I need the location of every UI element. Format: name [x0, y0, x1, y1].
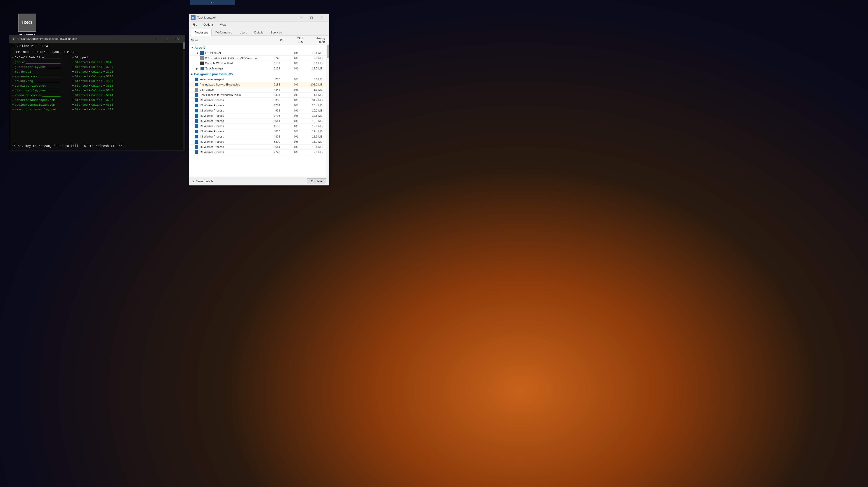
- bg-proc-name-6: IIS Worker Process: [195, 109, 266, 112]
- end-task-button[interactable]: End task: [307, 178, 326, 184]
- console-minimize-button[interactable]: ─: [151, 36, 161, 42]
- console-list-item: + dennisbentley.net________ + Started + …: [12, 84, 182, 88]
- bg-proc-icon-5: [195, 104, 198, 107]
- desktop-icon-image: IISO: [18, 13, 36, 32]
- background-process-rows: amazon-ssm-agent 736 0% 8.0 MB Antimalwa…: [189, 77, 326, 155]
- background-process-row[interactable]: Host Process for Windows Tasks 2404 0% 1…: [189, 92, 326, 98]
- background-process-row[interactable]: IIS Worker Process 4036 0% 12.4 MB: [189, 129, 326, 134]
- col-header-pid: PID: [268, 39, 286, 42]
- bg-proc-name-13: IIS Worker Process: [195, 145, 266, 149]
- iisonline-proc-icon: [200, 51, 204, 55]
- bg-proc-name-8: IIS Worker Process: [195, 119, 266, 123]
- console-title-text: C:\Users\Administrator\Desktop\IISOnline…: [18, 37, 77, 40]
- tm-menu-view[interactable]: View: [219, 22, 228, 27]
- tm-menubar: File Options View: [189, 22, 329, 28]
- iisonline-group-name: ▼ IISOnline (2): [196, 51, 266, 55]
- bg-proc-name-10: IIS Worker Process: [195, 130, 266, 133]
- iisonline-exe-icon: [200, 56, 204, 60]
- bg-proc-name-3: Host Process for Windows Tasks: [195, 93, 266, 97]
- console-list-item: + renderedlandscapes.com___ + Started + …: [12, 98, 182, 103]
- background-group-label: ▶ Background processes (32): [191, 73, 266, 76]
- tm-minimize-button[interactable]: ─: [296, 14, 306, 21]
- console-host-icon: [200, 61, 204, 65]
- console-titlebar: ■ C:\Users\Administrator\Desktop\IISOnli…: [9, 35, 185, 42]
- background-process-row[interactable]: IIS Worker Process 4804 0% 11.9 MB: [189, 134, 326, 139]
- tab-services[interactable]: Services: [267, 29, 285, 35]
- bg-proc-icon-0: [195, 78, 198, 81]
- desktop-icon-iisonline[interactable]: IISO IISOnline: [13, 13, 41, 38]
- bg-proc-name-7: IIS Worker Process: [195, 114, 266, 118]
- tm-process-list: ▼ Apps (2) ▼ IISOnline (2) 0%: [189, 45, 329, 177]
- background-process-row[interactable]: Antimalware Service Executable 2188 0% 1…: [189, 82, 326, 87]
- tm-scrollbar[interactable]: [326, 45, 329, 177]
- chevron-tm-icon: ▶: [196, 67, 198, 70]
- console-maximize-button[interactable]: □: [162, 36, 172, 42]
- bg-proc-name-4: IIS Worker Process: [195, 98, 266, 102]
- bg-proc-name-1: Antimalware Service Executable: [195, 83, 266, 86]
- tm-menu-options[interactable]: Options: [202, 22, 215, 27]
- col-header-name: Name: [191, 39, 268, 42]
- process-row-iisonline-exe[interactable]: C:\Users\Administrator\Desktop\IISOnline…: [189, 56, 326, 61]
- console-footer-text: ** Any key to rescan, 'ESC' to kill, 'R'…: [12, 144, 122, 148]
- bg-proc-icon-4: [195, 98, 198, 102]
- bg-proc-name-9: IIS Worker Process: [195, 124, 266, 128]
- console-list-item: + pcuser.org_______________ + Started + …: [12, 79, 182, 83]
- process-row-task-manager[interactable]: ▶ Task Manager 5172 0% 12.7 MB: [189, 66, 326, 71]
- console-window-buttons: ─ □ ✕: [151, 36, 183, 42]
- background-process-row[interactable]: IIS Worker Process 2728 0% 7.8 MB: [189, 150, 326, 155]
- tm-tabs: Processes Performance Users Details Serv…: [189, 28, 329, 36]
- tab-details[interactable]: Details: [251, 29, 267, 35]
- apps-chevron-icon: ▼: [191, 46, 193, 49]
- background-group-header[interactable]: ▶ Background processes (32): [189, 71, 326, 77]
- background-process-row[interactable]: IIS Worker Process 5544 0% 13.1 MB: [189, 118, 326, 124]
- tm-menu-file[interactable]: File: [191, 22, 198, 27]
- console-list-item: + justinbentley.net________ + Started + …: [12, 65, 182, 69]
- background-process-row[interactable]: amazon-ssm-agent 736 0% 8.0 MB: [189, 77, 326, 82]
- background-process-row[interactable]: IIS Worker Process 3724 0% 20.4 MB: [189, 103, 326, 108]
- console-scrollbar[interactable]: [183, 42, 185, 150]
- bg-proc-name-0: amazon-ssm-agent: [195, 78, 266, 81]
- fewer-details-chevron-icon: ▲: [192, 180, 195, 183]
- console-app-icon: ■: [11, 37, 16, 41]
- tm-footer: ▲ Fewer details End task: [189, 177, 329, 185]
- tm-close-button[interactable]: ✕: [317, 14, 327, 21]
- process-row-iisonline-group[interactable]: ▼ IISOnline (2) 0% 13.6 MB: [189, 51, 326, 56]
- apps-group-label: ▼ Apps (2): [191, 46, 266, 49]
- task-manager-proc-icon: [200, 67, 204, 70]
- tm-app-icon: ▦: [191, 16, 195, 20]
- tm-title-left: ▦ Task Manager: [191, 16, 216, 20]
- background-process-row[interactable]: IIS Worker Process 5320 0% 11.3 MB: [189, 139, 326, 145]
- taskbar-hint: H ↑: [190, 0, 235, 5]
- bg-proc-icon-9: [195, 124, 198, 128]
- background-process-row[interactable]: IIS Worker Process 964 0% 15.2 MB: [189, 108, 326, 113]
- bg-proc-icon-2: [195, 88, 198, 92]
- background-process-row[interactable]: IIS Worker Process 5644 0% 12.4 MB: [189, 145, 326, 150]
- console-col-headers: + IIS NAME + READY + LOADED + PID/S: [12, 50, 182, 54]
- console-body: IISOnline v1.0 2024 + IIS NAME + READY +…: [9, 42, 185, 150]
- task-manager-window: ▦ Task Manager ─ □ ✕ File Options View P…: [189, 13, 329, 185]
- apps-group-header[interactable]: ▼ Apps (2): [189, 45, 326, 51]
- background-process-row[interactable]: CTF Loader 4348 0% 1.8 MB: [189, 87, 326, 92]
- bg-proc-name-11: IIS Worker Process: [195, 135, 266, 138]
- process-row-console-window-host[interactable]: Console Window Host 6152 0% 6.6 MB: [189, 61, 326, 66]
- console-host-name: Console Window Host: [200, 61, 266, 65]
- bg-proc-name-12: IIS Worker Process: [195, 140, 266, 144]
- tab-performance[interactable]: Performance: [212, 29, 236, 35]
- tm-maximize-button[interactable]: □: [306, 14, 317, 21]
- col-header-memory: Memory 83%: [305, 37, 327, 44]
- console-title-left: ■ C:\Users\Administrator\Desktop\IISOnli…: [11, 37, 77, 41]
- bg-proc-name-14: IIS Worker Process: [195, 150, 266, 154]
- console-list-item: + davidgreenmusician.com___ + Started + …: [12, 103, 182, 107]
- fewer-details-button[interactable]: ▲ Fewer details: [192, 180, 213, 183]
- col-header-cpu: CPU 1%: [286, 37, 305, 44]
- background-process-row[interactable]: IIS Worker Process 1132 0% 12.9 MB: [189, 124, 326, 129]
- tab-processes[interactable]: Processes: [191, 29, 212, 36]
- tm-window-buttons: ─ □ ✕: [296, 14, 327, 21]
- tm-scroll-thumb: [327, 45, 329, 58]
- console-list-item: + react.justinbentley.net__ + Started + …: [12, 108, 182, 112]
- background-process-row[interactable]: IIS Worker Process 3796 0% 13.6 MB: [189, 113, 326, 118]
- background-process-row[interactable]: IIS Worker Process 3368 0% 31.7 MB: [189, 98, 326, 103]
- bg-proc-name-2: CTF Loader: [195, 88, 266, 92]
- tab-users[interactable]: Users: [236, 29, 250, 35]
- console-close-button[interactable]: ✕: [173, 36, 183, 42]
